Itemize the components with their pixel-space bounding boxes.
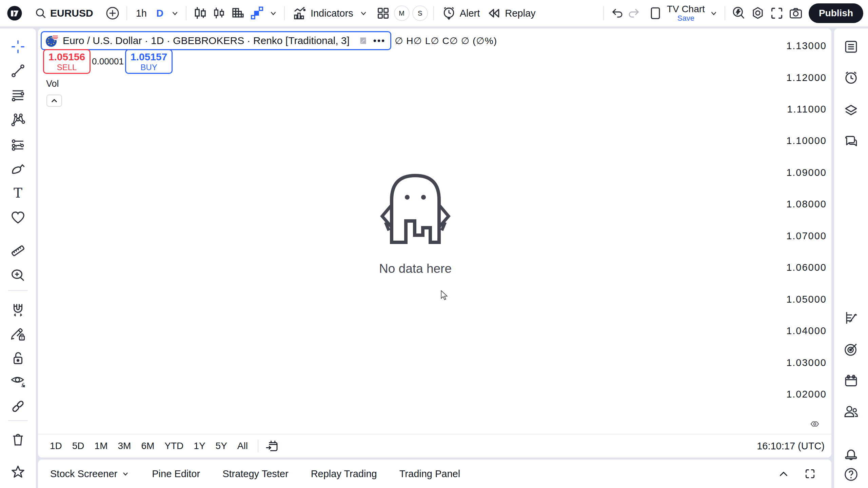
text-tool[interactable]: T	[8, 183, 28, 203]
tab-strategy-tester[interactable]: Strategy Tester	[222, 468, 289, 480]
price-axis-label[interactable]: 1.10000	[786, 135, 827, 146]
layout-template-button[interactable]	[646, 3, 665, 23]
chevron-down-icon	[121, 470, 130, 478]
volume-study-label[interactable]: Vol	[46, 79, 59, 89]
chat-button[interactable]	[841, 131, 861, 151]
range-button-ytd[interactable]: YTD	[159, 441, 189, 451]
chart-type-candles-button[interactable]	[191, 3, 210, 23]
object-tree-button[interactable]	[841, 100, 861, 120]
remove-drawings-tool[interactable]	[8, 429, 28, 450]
price-axis-label[interactable]: 1.12000	[786, 72, 827, 83]
tradingview-logo[interactable]	[5, 3, 24, 23]
flag-marker-icon[interactable]	[358, 36, 368, 46]
price-axis-label[interactable]: 1.03000	[786, 357, 827, 368]
go-to-date-button[interactable]	[263, 437, 281, 455]
divider	[603, 6, 604, 20]
price-axis-label[interactable]: 1.02000	[786, 388, 827, 400]
maximize-panel-icon[interactable]	[804, 468, 816, 480]
tab-stock-screener[interactable]: Stock Screener	[50, 468, 130, 480]
pencil-lock-icon	[10, 325, 26, 341]
legend-more-button[interactable]: •••	[373, 36, 386, 46]
hide-drawings-tool[interactable]: f	[8, 371, 28, 391]
screener-target-button[interactable]	[841, 339, 861, 360]
add-symbol-button[interactable]	[103, 3, 122, 23]
price-axis-label[interactable]: 1.13000	[786, 40, 827, 52]
range-button-1d[interactable]: 1D	[45, 441, 67, 451]
symbol-search-value: EURUSD	[50, 7, 93, 19]
expand-panel-chevron-icon[interactable]	[778, 468, 789, 480]
fullscreen-button[interactable]	[767, 3, 786, 23]
range-button-6m[interactable]: 6M	[136, 441, 159, 451]
price-axis-label[interactable]: 1.11000	[787, 103, 827, 115]
sell-button[interactable]: 1.05156 SELL	[43, 49, 91, 74]
tab-replay-trading[interactable]: Replay Trading	[311, 468, 377, 480]
dom-button[interactable]	[841, 308, 861, 328]
price-axis-label[interactable]: 1.09000	[786, 167, 827, 178]
settings-button[interactable]	[748, 3, 767, 23]
range-button-all[interactable]: All	[232, 441, 253, 451]
range-button-5d[interactable]: 5D	[67, 441, 90, 451]
tab-trading-panel[interactable]: Trading Panel	[399, 468, 460, 480]
price-axis-label[interactable]: 1.06000	[786, 262, 827, 273]
emoji-tool[interactable]	[8, 207, 28, 228]
range-button-3m[interactable]: 3M	[113, 441, 136, 451]
projection-tool[interactable]	[8, 135, 28, 155]
tab-pine-editor[interactable]: Pine Editor	[152, 468, 200, 480]
range-button-1m[interactable]: 1M	[90, 441, 113, 451]
chart-type-renko-button[interactable]	[248, 3, 267, 23]
alert-button[interactable]: Alert	[438, 3, 484, 23]
alerts-button[interactable]	[841, 67, 861, 88]
fib-retracement-tool[interactable]	[8, 85, 28, 105]
help-button[interactable]	[841, 464, 861, 485]
magnet-tool[interactable]	[8, 299, 28, 320]
notifications-button[interactable]	[841, 444, 861, 465]
interval-button-1d[interactable]: D	[152, 3, 168, 23]
undo-button[interactable]	[608, 3, 626, 23]
interval-menu-button[interactable]	[168, 3, 182, 23]
price-axis-label[interactable]: 1.08000	[786, 198, 827, 210]
layout-menu-button[interactable]	[707, 3, 721, 23]
lock-all-tool[interactable]	[8, 348, 28, 368]
calendar-button[interactable]	[841, 371, 861, 391]
watchlist-button[interactable]	[841, 37, 861, 57]
favorites-tool[interactable]	[8, 462, 28, 482]
drawing-toolbar: T	[0, 28, 36, 488]
save-label[interactable]: Save	[677, 14, 694, 22]
buy-button[interactable]: 1.05157 BUY	[125, 49, 173, 74]
chart-type-columns-button[interactable]	[229, 3, 248, 23]
sync-drawings-tool[interactable]	[8, 396, 28, 416]
crosshair-tool[interactable]	[8, 37, 28, 57]
price-axis-label[interactable]: 1.05000	[786, 293, 827, 305]
redo-button[interactable]	[626, 3, 643, 23]
layout-name-button[interactable]: TV Chart Save	[667, 4, 705, 22]
trend-line-tool[interactable]	[8, 61, 28, 81]
range-button-5y[interactable]: 5Y	[211, 441, 232, 451]
community-button[interactable]	[841, 402, 861, 422]
multichart-badge[interactable]: M	[394, 5, 410, 21]
replay-button[interactable]: Replay	[483, 3, 539, 23]
chart-pane[interactable]: Euro / U.S. Dollar · 1D · GBEBROKERS · R…	[38, 28, 831, 458]
chart-type-menu-button[interactable]	[267, 3, 280, 23]
publish-button[interactable]: Publish	[809, 3, 863, 23]
session-clock[interactable]: 16:10:17 (UTC)	[757, 441, 825, 452]
singlechart-badge[interactable]: S	[412, 5, 428, 21]
quick-search-button[interactable]	[729, 3, 748, 23]
legend-collapse-button[interactable]	[46, 95, 62, 107]
layout-grid-button[interactable]	[374, 3, 393, 23]
xabcd-pattern-tool[interactable]	[8, 109, 28, 130]
indicators-button[interactable]: Indicators	[289, 3, 357, 23]
chart-type-hollow-candles-button[interactable]	[210, 3, 229, 23]
price-axis-label[interactable]: 1.04000	[786, 325, 827, 337]
interval-button-1h[interactable]: 1h	[131, 3, 152, 23]
symbol-search-button[interactable]: EURUSD	[31, 3, 97, 23]
brush-tool[interactable]	[8, 159, 28, 179]
snapshot-button[interactable]	[786, 3, 805, 23]
measure-tool[interactable]	[8, 241, 28, 261]
price-axis-label[interactable]: 1.07000	[786, 230, 827, 242]
symbol-button[interactable]: Euro / U.S. Dollar · 1D · GBEBROKERS · R…	[41, 31, 391, 50]
indicators-menu-button[interactable]	[357, 3, 370, 23]
price-scale-settings-button[interactable]	[810, 419, 820, 430]
drawing-lock-tool[interactable]	[8, 323, 28, 343]
zoom-in-tool[interactable]	[8, 265, 28, 285]
range-button-1y[interactable]: 1Y	[189, 441, 210, 451]
